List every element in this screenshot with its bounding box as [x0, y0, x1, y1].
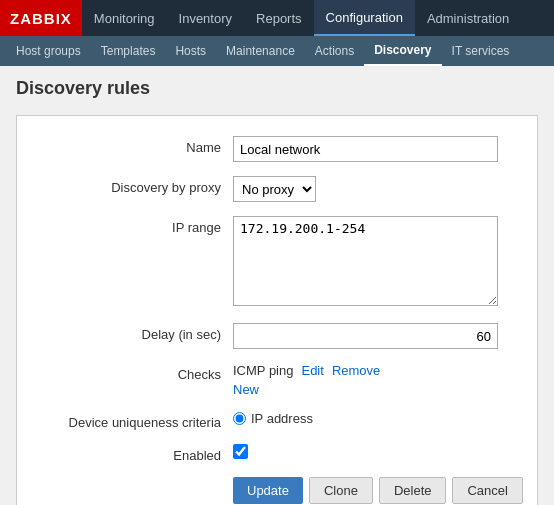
ip-label: IP range [33, 216, 233, 235]
subnav-actions[interactable]: Actions [305, 36, 364, 66]
nav-monitoring[interactable]: Monitoring [82, 0, 167, 36]
clone-button[interactable]: Clone [309, 477, 373, 504]
sub-nav: Host groups Templates Hosts Maintenance … [0, 36, 554, 66]
checks-label: Checks [33, 363, 233, 382]
name-input[interactable] [233, 136, 498, 162]
edit-link[interactable]: Edit [301, 363, 323, 378]
subnav-templates[interactable]: Templates [91, 36, 166, 66]
uniqueness-control: IP address [233, 411, 521, 426]
page-content: Discovery rules Name Discovery by proxy … [0, 66, 554, 505]
nav-configuration[interactable]: Configuration [314, 0, 415, 36]
top-nav-items: Monitoring Inventory Reports Configurati… [82, 0, 521, 36]
name-label: Name [33, 136, 233, 155]
subnav-itservices[interactable]: IT services [442, 36, 520, 66]
ip-address-label: IP address [251, 411, 313, 426]
check-icmp-name: ICMP ping [233, 363, 293, 378]
uniqueness-label: Device uniqueness criteria [33, 411, 233, 430]
ip-textarea[interactable]: 172.19.200.1-254 [233, 216, 498, 306]
ip-address-radio[interactable] [233, 412, 246, 425]
enabled-label: Enabled [33, 444, 233, 463]
delete-button[interactable]: Delete [379, 477, 447, 504]
nav-administration[interactable]: Administration [415, 0, 521, 36]
name-control [233, 136, 521, 162]
check-icmp-row: ICMP ping Edit Remove [233, 363, 521, 378]
checks-control: ICMP ping Edit Remove New [233, 363, 521, 397]
uniqueness-row: Device uniqueness criteria IP address [33, 411, 521, 430]
top-nav: ZABBIX Monitoring Inventory Reports Conf… [0, 0, 554, 36]
delay-control [233, 323, 521, 349]
ip-control: 172.19.200.1-254 [233, 216, 521, 309]
page-title: Discovery rules [16, 78, 538, 99]
new-link-row: New [233, 382, 521, 397]
update-button[interactable]: Update [233, 477, 303, 504]
button-row: Update Clone Delete Cancel [33, 477, 521, 504]
enabled-row: Enabled [33, 444, 521, 463]
nav-inventory[interactable]: Inventory [167, 0, 244, 36]
cancel-button[interactable]: Cancel [452, 477, 522, 504]
delay-label: Delay (in sec) [33, 323, 233, 342]
proxy-select[interactable]: No proxy [233, 176, 316, 202]
enabled-control [233, 444, 521, 462]
logo: ZABBIX [0, 0, 82, 36]
form-card: Name Discovery by proxy No proxy IP rang… [16, 115, 538, 505]
logo-text: ZABBIX [10, 10, 72, 27]
name-row: Name [33, 136, 521, 162]
subnav-hosts[interactable]: Hosts [165, 36, 216, 66]
subnav-maintenance[interactable]: Maintenance [216, 36, 305, 66]
delay-row: Delay (in sec) [33, 323, 521, 349]
enabled-checkbox[interactable] [233, 444, 248, 459]
checks-row: Checks ICMP ping Edit Remove New [33, 363, 521, 397]
subnav-hostgroups[interactable]: Host groups [6, 36, 91, 66]
proxy-label: Discovery by proxy [33, 176, 233, 195]
remove-link[interactable]: Remove [332, 363, 380, 378]
subnav-discovery[interactable]: Discovery [364, 36, 441, 66]
proxy-control: No proxy [233, 176, 521, 202]
ip-address-radio-label: IP address [233, 411, 521, 426]
proxy-row: Discovery by proxy No proxy [33, 176, 521, 202]
delay-input[interactable] [233, 323, 498, 349]
ip-row: IP range 172.19.200.1-254 [33, 216, 521, 309]
new-link[interactable]: New [233, 382, 259, 397]
nav-reports[interactable]: Reports [244, 0, 314, 36]
